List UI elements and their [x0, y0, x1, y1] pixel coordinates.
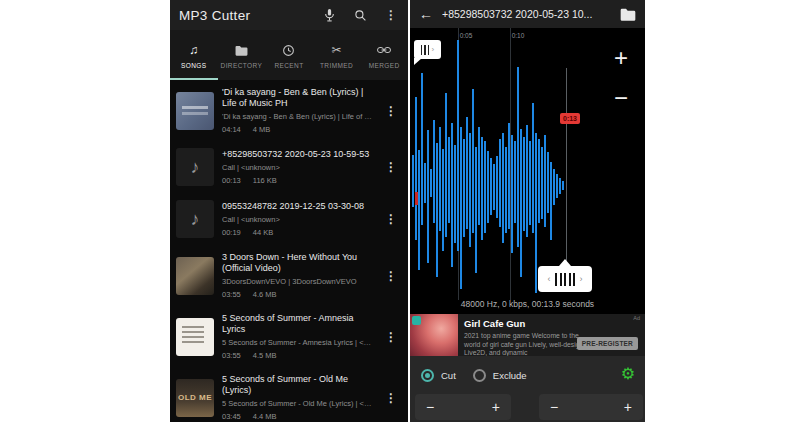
song-duration: 00:19 — [222, 228, 241, 237]
waveform-bar — [478, 127, 480, 225]
song-size: 4.6 MB — [253, 290, 277, 299]
song-meta: 00:1944 KB — [222, 228, 372, 237]
song-meta: 03:554.6 MB — [222, 290, 372, 299]
song-subtitle: 3DoorsDownVEVO | 3DoorsDownVEVO — [222, 277, 372, 286]
songs-screen: MP3 Cutter ⋮ ♫SONGSDIRECTORYRECENT✂TRIMM… — [170, 0, 408, 422]
tab-label: DIRECTORY — [221, 62, 263, 69]
left-app-bar: MP3 Cutter ⋮ — [170, 0, 408, 30]
zoom-in-button[interactable]: + — [609, 46, 633, 70]
waveform-bar — [418, 150, 420, 270]
waveform-bar — [424, 163, 426, 203]
pre-register-button[interactable]: PRE-REGISTER — [577, 337, 638, 350]
overflow-menu-icon[interactable]: ⋮ — [383, 7, 399, 23]
song-size: 4 MB — [253, 125, 271, 134]
audio-info-status: 48000 Hz, 0 kbps, 00:13.9 seconds — [410, 299, 645, 309]
tab-bar: ♫SONGSDIRECTORYRECENT✂TRIMMEDMERGED — [170, 30, 408, 80]
ad-play-badge-icon — [412, 316, 421, 325]
tab-directory[interactable]: DIRECTORY — [218, 30, 266, 80]
end-trim-handle[interactable]: ‹ › — [538, 266, 592, 292]
start-position-marker — [415, 192, 418, 205]
song-info: 5 Seconds of Summer - Amnesia Lyrics5 Se… — [222, 313, 372, 360]
waveform-bar — [487, 151, 489, 223]
song-list: 'Di ka sayang - Ben & Ben (Lyrics) | Lif… — [170, 80, 408, 422]
ad-title: Girl Cafe Gun — [464, 318, 645, 329]
song-info: 'Di ka sayang - Ben & Ben (Lyrics) | Lif… — [222, 87, 372, 134]
gear-icon[interactable]: ⚙ — [621, 366, 635, 382]
music-note-icon: ♪ — [176, 200, 214, 238]
waveform-bar — [547, 152, 549, 213]
history-icon — [282, 44, 295, 57]
waveform-bar — [463, 139, 465, 237]
folder-icon — [235, 44, 248, 57]
waveform-bar — [496, 156, 498, 218]
ad-thumbnail — [410, 314, 458, 356]
trim-controls: Cut Exclude ⚙ − + − + — [410, 356, 645, 422]
album-art — [176, 92, 214, 130]
handle-arrow-right-icon: › — [431, 46, 434, 54]
song-title: +85298503732 2020-05-23 10-59-53 — [222, 149, 372, 160]
editor-title: +85298503732 2020-05-23 10... — [442, 8, 611, 20]
waveform-bar — [541, 147, 543, 219]
waveform-bar — [562, 181, 564, 190]
radio-dot — [425, 373, 430, 378]
start-trim-handle[interactable]: › — [414, 40, 441, 59]
end-marker-line — [566, 68, 567, 268]
song-menu-button[interactable]: ⋮ — [380, 210, 402, 228]
waveform-bar — [415, 97, 417, 240]
folder-icon[interactable] — [620, 8, 636, 21]
waveform-bar — [433, 120, 435, 223]
song-menu-button[interactable]: ⋮ — [380, 158, 402, 176]
waveform-bar — [556, 174, 558, 198]
waveform-area[interactable]: 0:05 0:10 0:13 › + − ‹ › — [410, 28, 645, 300]
grip — [573, 273, 575, 286]
waveform-bar — [421, 73, 423, 225]
ad-banner[interactable]: Girl Cafe Gun 2021 top anime game Welcom… — [410, 314, 645, 356]
mic-icon[interactable] — [321, 7, 337, 23]
search-icon[interactable] — [352, 7, 368, 23]
song-meta: 00:13116 KB — [222, 176, 372, 185]
scissors-icon: ✂ — [332, 44, 342, 57]
tab-trimmed[interactable]: ✂TRIMMED — [313, 30, 361, 80]
waveform-bar — [469, 133, 471, 247]
start-time-stepper: − + — [415, 394, 511, 420]
album-art — [176, 318, 214, 356]
zoom-out-button[interactable]: − — [609, 86, 633, 110]
exclude-radio[interactable] — [473, 369, 486, 382]
start-minus-button[interactable]: − — [426, 399, 434, 415]
end-plus-button[interactable]: + — [624, 399, 632, 415]
music-note-icon: ♫ — [189, 44, 198, 57]
tab-recent[interactable]: RECENT — [265, 30, 313, 80]
song-row[interactable]: ♪+85298503732 2020-05-23 10-59-53Call | … — [170, 141, 408, 193]
song-row[interactable]: 3 Doors Down - Here Without You (Officia… — [170, 245, 408, 306]
waveform-bar — [514, 141, 516, 223]
album-art: OLD ME — [176, 379, 214, 417]
start-plus-button[interactable]: + — [492, 399, 500, 415]
song-meta: 03:454.4 MB — [222, 412, 372, 421]
cut-radio[interactable] — [421, 369, 434, 382]
song-menu-button[interactable]: ⋮ — [380, 267, 402, 285]
back-icon[interactable]: ← — [419, 7, 433, 21]
song-row[interactable]: OLD ME5 Seconds of Summer - Old Me (Lyri… — [170, 367, 408, 422]
song-menu-button[interactable]: ⋮ — [380, 389, 402, 407]
song-info: +85298503732 2020-05-23 10-59-53Call | <… — [222, 149, 372, 185]
song-row[interactable]: 5 Seconds of Summer - Amnesia Lyrics5 Se… — [170, 306, 408, 367]
ad-label: Ad — [633, 315, 640, 321]
song-row[interactable]: 'Di ka sayang - Ben & Ben (Lyrics) | Lif… — [170, 80, 408, 141]
waveform-bar — [412, 155, 414, 207]
waveform-bar — [529, 141, 531, 225]
end-minus-button[interactable]: − — [550, 399, 558, 415]
waveform-bar — [442, 149, 444, 251]
tab-songs[interactable]: ♫SONGS — [170, 30, 218, 80]
song-subtitle: 5 Seconds of Summer - Amnesia Lyrics | <… — [222, 338, 372, 347]
waveform-bar — [505, 147, 507, 233]
waveform-bar — [508, 123, 510, 229]
song-title: 3 Doors Down - Here Without You (Officia… — [222, 252, 372, 274]
tab-merged[interactable]: MERGED — [360, 30, 408, 80]
song-row[interactable]: ♪09553248782 2019-12-25 03-30-08Call | <… — [170, 193, 408, 245]
waveform-bar — [544, 135, 546, 227]
song-menu-button[interactable]: ⋮ — [380, 328, 402, 346]
song-menu-button[interactable]: ⋮ — [380, 102, 402, 120]
waveform-bar — [454, 145, 456, 243]
grip — [564, 273, 566, 286]
waveform-bar — [451, 123, 453, 267]
